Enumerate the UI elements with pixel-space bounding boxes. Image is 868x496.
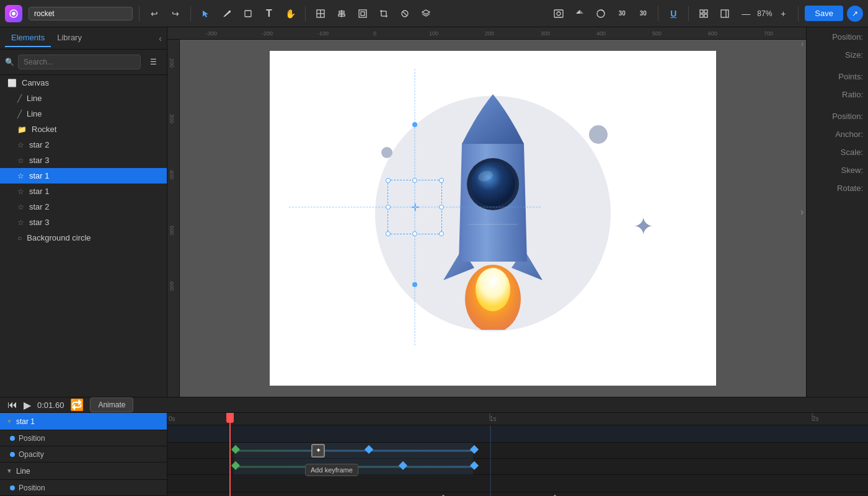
- timeline-play-button[interactable]: ▶: [24, 399, 31, 411]
- tl-track-line-header[interactable]: ▼ Line: [0, 463, 167, 480]
- element-label-star1-selected: star 1: [29, 171, 50, 180]
- flip-button[interactable]: [571, 5, 588, 22]
- tl-row-position-2[interactable]: [167, 492, 868, 496]
- element-item-star2-2[interactable]: ☆ star 2: [0, 199, 167, 215]
- sparkle-right: ✦: [633, 212, 654, 241]
- zoom-out-button[interactable]: —: [737, 5, 755, 22]
- canvas-nav-right[interactable]: ›: [800, 206, 804, 218]
- toolbar-right: 30 30 U — 87% + Save ↗: [550, 5, 863, 22]
- element-item-star2-1[interactable]: ☆ star 2: [0, 137, 167, 153]
- svg-rect-11: [359, 10, 366, 17]
- element-item-bg-circle[interactable]: ○ Background circle: [0, 230, 167, 246]
- ruler-vertical: 200 300 400 500 600: [167, 40, 180, 397]
- canvas-nav-arrow[interactable]: ›: [801, 40, 804, 48]
- pen-tool-button[interactable]: [218, 5, 236, 22]
- zoom-level: 87%: [757, 9, 772, 18]
- rewind-30-button[interactable]: 30: [613, 5, 631, 22]
- canvas-icon: ⬜: [7, 79, 17, 87]
- element-item-line-2[interactable]: ╱ Line: [0, 106, 167, 122]
- prop-label-scale: Scale:: [812, 148, 863, 157]
- hand-tool-button[interactable]: ✋: [281, 5, 299, 22]
- track-expand-line[interactable]: ▼: [6, 467, 12, 474]
- element-item-star3-2[interactable]: ☆ star 3: [0, 215, 167, 230]
- star-icon-5: ☆: [17, 203, 24, 211]
- svg-rect-4: [245, 11, 251, 17]
- grid-view-button[interactable]: [695, 5, 712, 22]
- svg-marker-2: [203, 11, 208, 17]
- text-tool-button[interactable]: T: [260, 5, 278, 22]
- track-dot-position-2: [10, 485, 15, 490]
- shape-tool-button[interactable]: [239, 5, 257, 22]
- toolbar-sep-3: [305, 6, 306, 21]
- frame-button[interactable]: [354, 5, 371, 22]
- canvas-frame[interactable]: ✦: [270, 51, 716, 386]
- layers-button[interactable]: [417, 5, 435, 22]
- track-expand-star1[interactable]: ▼: [6, 418, 12, 425]
- svg-rect-12: [361, 12, 365, 16]
- share-button[interactable]: ↗: [847, 6, 863, 22]
- zoom-in-button[interactable]: +: [774, 5, 792, 22]
- canvas-area[interactable]: -300 -200 -100 0 100 200 300 400 500 600…: [167, 27, 806, 397]
- tl-track-position-label-2: Position: [19, 484, 45, 492]
- element-item-star1-selected[interactable]: ☆ star 1: [0, 168, 167, 184]
- tl-row-star1[interactable]: [167, 425, 868, 443]
- undo-button[interactable]: ↩: [146, 5, 163, 22]
- panel-collapse-button[interactable]: ‹: [159, 33, 162, 43]
- timeline-track-content[interactable]: 0s 1s 2s ✦: [167, 413, 868, 496]
- forward-30-button[interactable]: 30: [634, 5, 652, 22]
- deco-circle-1: [381, 147, 392, 158]
- main-content: Elements Library ‹ 🔍 ☰ ⬜ Canvas ╱ Line ╱…: [0, 27, 868, 397]
- playhead[interactable]: [229, 413, 231, 496]
- save-button[interactable]: Save: [805, 6, 843, 21]
- underline-button[interactable]: U: [665, 5, 682, 22]
- search-icon: 🔍: [5, 58, 14, 66]
- element-item-line-1[interactable]: ╱ Line: [0, 91, 167, 106]
- tl-track-star1-label: star 1: [16, 417, 35, 426]
- timeline-body: ▼ star 1 Position Opacity ▼ Line Positio…: [0, 413, 868, 496]
- crop-button[interactable]: [375, 5, 392, 22]
- search-input[interactable]: [18, 55, 141, 69]
- svg-rect-26: [721, 10, 728, 17]
- tab-library[interactable]: Library: [51, 29, 88, 47]
- preview-button[interactable]: [550, 5, 567, 22]
- track-dot-opacity-1: [10, 452, 15, 457]
- star-icon-4: ☆: [17, 187, 24, 196]
- app-logo: [5, 5, 22, 22]
- select-tool-button[interactable]: [197, 5, 215, 22]
- svg-rect-23: [704, 10, 707, 13]
- element-item-star1-2[interactable]: ☆ star 1: [0, 184, 167, 199]
- motion-button[interactable]: [592, 5, 609, 22]
- tl-track-star1-header[interactable]: ▼ star 1: [0, 413, 167, 430]
- element-item-rocket[interactable]: 📁 Rocket: [0, 122, 167, 137]
- canvas-content: ✦: [180, 40, 806, 397]
- tl-track-position-1[interactable]: Position: [0, 430, 167, 446]
- element-item-canvas[interactable]: ⬜ Canvas: [0, 75, 167, 91]
- timeline-loop-button[interactable]: 🔁: [70, 398, 84, 412]
- resize-button[interactable]: [716, 5, 733, 22]
- toolbar-sep-1: [139, 6, 140, 21]
- transform-button[interactable]: [312, 5, 329, 22]
- line-icon-2: ╱: [17, 110, 22, 118]
- timeline-rewind-button[interactable]: ⏮: [7, 399, 17, 410]
- prop-label-size: Size:: [812, 50, 863, 60]
- tl-row-line[interactable]: [167, 475, 868, 492]
- tl-track-position-2[interactable]: Position: [0, 480, 167, 496]
- star-icon-3: ☆: [17, 172, 24, 180]
- element-label-star2-2: star 2: [29, 202, 50, 211]
- align-button[interactable]: [333, 5, 350, 22]
- element-label-line-2: Line: [27, 109, 42, 118]
- svg-rect-25: [704, 14, 707, 17]
- element-label-line-1: Line: [27, 94, 42, 103]
- circle-icon: ○: [17, 234, 22, 242]
- project-name-input[interactable]: [29, 7, 133, 20]
- redo-button[interactable]: ↪: [167, 5, 184, 22]
- element-item-star3-1[interactable]: ☆ star 3: [0, 153, 167, 168]
- tl-track-opacity-1[interactable]: Opacity: [0, 446, 167, 463]
- animate-button[interactable]: Animate: [90, 397, 133, 412]
- add-keyframe-button[interactable]: ✦: [311, 444, 325, 458]
- svg-point-20: [557, 12, 560, 16]
- mask-button[interactable]: [396, 5, 414, 22]
- list-view-toggle[interactable]: ☰: [144, 53, 162, 71]
- tab-elements[interactable]: Elements: [5, 29, 51, 47]
- toolbar-sep-r3: [798, 6, 799, 21]
